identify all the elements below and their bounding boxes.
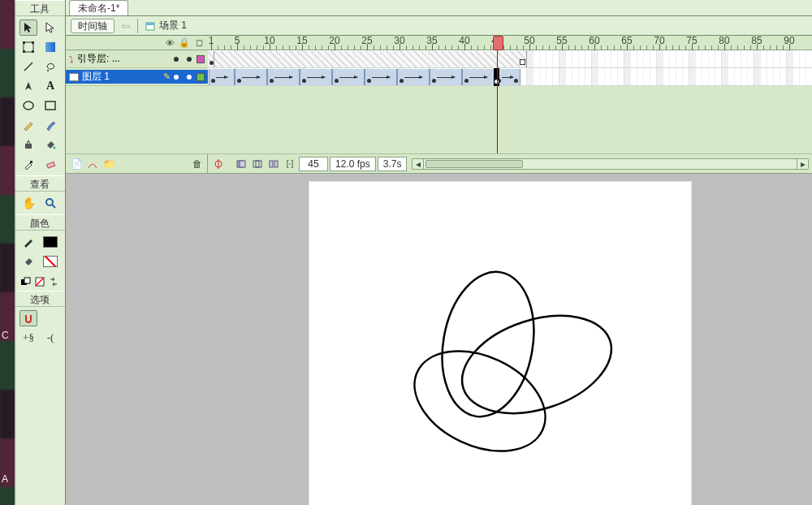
svg-line-6 (24, 63, 32, 71)
onion-skin-outlines-btn[interactable] (250, 157, 265, 171)
eyedropper-tool[interactable] (19, 156, 37, 172)
new-layer-btn[interactable]: 📄 (69, 157, 84, 171)
layer-row[interactable]: 图层 1 ✎ (66, 68, 208, 86)
stroke-color[interactable] (41, 234, 59, 250)
motion-tween-segment[interactable] (332, 69, 365, 85)
tracks-footer: [·] 45 12.0 fps 3.7s ◂ ▸ (208, 154, 812, 173)
onion-center-btn[interactable] (211, 157, 226, 171)
zoom-tool[interactable] (41, 195, 59, 211)
lasso-tool[interactable] (41, 58, 59, 75)
svg-rect-4 (32, 50, 34, 53)
oval-tool[interactable] (19, 97, 37, 114)
back-arrow-icon[interactable]: ⇦ (121, 19, 131, 32)
scene-breadcrumb[interactable]: 场景 1 (145, 19, 187, 32)
eraser-tool[interactable] (41, 156, 59, 172)
swap-colors-btn[interactable] (47, 274, 60, 289)
default-colors-btn[interactable] (19, 274, 32, 289)
outline-color-swatch[interactable] (197, 73, 205, 81)
current-frame-readout[interactable]: 45 (299, 157, 328, 171)
tools-panel: 工具 A 查看 ✋ 颜色 选项 +§ -( (15, 0, 66, 505)
free-transform-tool[interactable] (19, 39, 37, 55)
svg-rect-1 (23, 41, 25, 44)
svg-point-30 (431, 265, 545, 424)
paintbucket-tool[interactable] (41, 136, 59, 153)
color-section-title: 颜色 (15, 214, 65, 231)
blank-keyframe[interactable] (520, 51, 526, 67)
svg-rect-25 (240, 161, 245, 167)
motion-tween-segment[interactable] (462, 69, 495, 85)
outline-color-swatch[interactable] (197, 55, 205, 63)
outline-column-icon[interactable]: ◻ (193, 37, 205, 48)
selection-tool[interactable] (19, 19, 37, 36)
svg-line-15 (52, 205, 55, 208)
svg-point-14 (46, 199, 53, 205)
motion-tween-segment[interactable] (267, 69, 300, 85)
line-tool[interactable] (19, 58, 37, 75)
motion-tween-segment[interactable] (300, 69, 332, 85)
layer-icon (69, 73, 79, 81)
scene-icon (145, 20, 156, 32)
svg-rect-21 (146, 23, 154, 25)
smooth-option[interactable]: +§ (19, 330, 37, 346)
scroll-right-btn[interactable]: ▸ (797, 159, 808, 169)
layer-name-label: 图层 1 (82, 70, 160, 84)
text-tool[interactable]: A (41, 78, 59, 94)
fill-color-icon (19, 253, 37, 270)
layer-row[interactable]: ⤵ 引导层: ... (66, 50, 208, 68)
drawing (309, 182, 691, 505)
no-color-btn[interactable] (34, 274, 45, 289)
track-row-guide[interactable] (208, 50, 812, 68)
motion-tween-segment[interactable] (235, 69, 267, 85)
motion-tween-segment[interactable] (397, 69, 430, 85)
time-readout[interactable]: 3.7s (378, 157, 408, 171)
workspace: 未命名-1* 时间轴 ⇦ 场景 1 👁 🔒 ◻ ⤵ 引导层: ... (66, 0, 812, 505)
brush-tool[interactable] (41, 117, 59, 133)
track-row-layer[interactable] (208, 68, 812, 86)
delete-layer-btn[interactable]: 🗑 (190, 157, 205, 171)
lock-column-icon[interactable]: 🔒 (179, 37, 190, 48)
new-folder-btn[interactable]: 📁 (102, 157, 116, 171)
svg-rect-28 (270, 161, 273, 167)
timeline-footer: 📄 📁 🗑 [·] 45 12.0 fps 3.7s ◂ (66, 153, 812, 173)
stage-canvas[interactable] (309, 182, 691, 505)
document-tab[interactable]: 未命名-1* (69, 0, 128, 15)
subselection-tool[interactable] (41, 19, 59, 36)
motion-tween-segment[interactable] (365, 69, 397, 85)
snap-option[interactable] (19, 310, 37, 326)
tracks-column: 151015202530354045505560657075808590 (208, 36, 812, 153)
view-section-title: 查看 (15, 175, 65, 192)
lock-dot[interactable] (187, 57, 192, 62)
keyframe[interactable] (209, 51, 214, 67)
svg-point-32 (399, 331, 562, 471)
new-guide-btn[interactable] (85, 157, 100, 171)
motion-tween-segment[interactable] (430, 69, 462, 85)
pencil-icon: ✎ (163, 71, 171, 82)
frame-ruler[interactable]: 151015202530354045505560657075808590 (208, 36, 812, 50)
playhead[interactable] (497, 36, 498, 153)
fps-readout[interactable]: 12.0 fps (330, 157, 376, 171)
scroll-left-btn[interactable]: ◂ (412, 159, 424, 169)
modify-markers-btn[interactable]: [·] (283, 157, 297, 171)
timeline-panel: 👁 🔒 ◻ ⤵ 引导层: ... 图层 1 ✎ (66, 36, 812, 174)
lock-dot[interactable] (187, 75, 192, 80)
fill-color[interactable] (41, 253, 59, 270)
gradient-transform-tool[interactable] (41, 39, 59, 55)
timeline-scrollbar[interactable]: ◂ ▸ (412, 158, 809, 170)
scene-row: 时间轴 ⇦ 场景 1 (66, 16, 812, 36)
svg-rect-10 (25, 144, 32, 149)
pencil-tool[interactable] (19, 117, 37, 133)
inkbottle-tool[interactable] (19, 136, 37, 153)
hand-tool[interactable]: ✋ (19, 195, 37, 211)
pen-tool[interactable] (19, 78, 37, 94)
onion-skin-btn[interactable] (234, 157, 248, 171)
rectangle-tool[interactable] (41, 97, 59, 114)
motion-tween-segment[interactable] (209, 69, 235, 85)
timeline-toggle-btn[interactable]: 时间轴 (71, 19, 114, 33)
straighten-option[interactable]: -( (41, 330, 59, 346)
edit-multiple-frames-btn[interactable] (266, 157, 281, 171)
visibility-dot[interactable] (174, 75, 179, 80)
stage-area[interactable] (66, 174, 812, 505)
svg-rect-9 (45, 101, 55, 110)
visibility-column-icon[interactable]: 👁 (164, 38, 175, 48)
visibility-dot[interactable] (174, 57, 179, 62)
